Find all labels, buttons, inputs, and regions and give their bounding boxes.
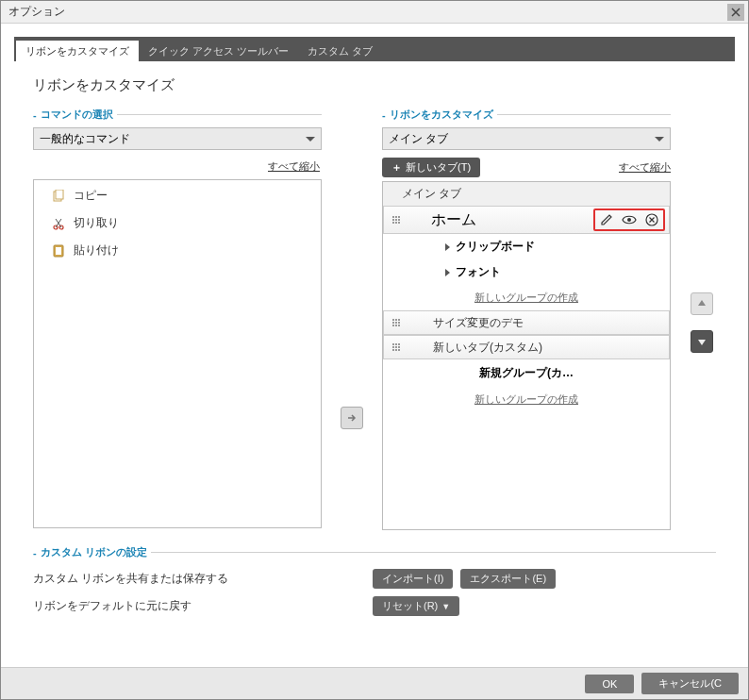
chevron-down-icon: ▼ (441, 602, 450, 611)
ok-button[interactable]: OK (585, 675, 634, 693)
tabstrip: リボンをカスタマイズ クイック アクセス ツールバー カスタム タブ (14, 37, 735, 61)
new-tab-button[interactable]: ＋ 新しいタブ(T) (382, 158, 480, 177)
close-button[interactable] (727, 4, 744, 21)
export-button[interactable]: エクスポート(E) (460, 569, 556, 589)
custom-ribbon-section: -カスタム リボンの設定 カスタム リボンを共有または保存する インポート(I)… (33, 545, 716, 616)
chevron-down-icon (655, 137, 664, 142)
window-title: オプション (8, 4, 65, 20)
tree-row-custom-tab[interactable]: 新しいタブ(カスタム) (383, 335, 670, 359)
new-group-link-1[interactable]: 新しいグループの作成 (383, 285, 670, 310)
dialog-footer: OK キャンセル(C (1, 667, 748, 699)
drag-handle-icon[interactable] (388, 339, 405, 356)
chevron-down-icon (306, 137, 315, 142)
cut-icon (51, 216, 66, 231)
import-button[interactable]: インポート(I) (373, 569, 453, 589)
svg-rect-1 (56, 190, 63, 199)
page-title: リボンをカスタマイズ (33, 76, 716, 94)
reset-button[interactable]: リセット(R) ▼ (373, 596, 459, 616)
ribbon-column: -リボンをカスタマイズ メイン タブ ＋ 新しいタブ(T) すべて縮小 メイン … (382, 108, 671, 530)
commands-listbox[interactable]: コピー 切り取り 貼り付け (33, 179, 322, 528)
titlebar: オプション (1, 1, 748, 24)
reorder-column (688, 108, 716, 530)
move-up-button[interactable] (691, 292, 713, 315)
svg-rect-5 (56, 247, 61, 255)
collapse-all-left[interactable]: すべて縮小 (33, 159, 320, 174)
custom-legend: -カスタム リボンの設定 (33, 545, 716, 559)
edit-icon[interactable] (599, 212, 614, 227)
svg-point-6 (627, 218, 631, 222)
paste-icon (51, 243, 66, 258)
arrow-right-icon (346, 412, 358, 424)
command-paste[interactable]: 貼り付け (43, 239, 311, 262)
ribbon-select[interactable]: メイン タブ (382, 127, 671, 150)
close-icon (731, 8, 741, 17)
copy-icon (51, 189, 66, 204)
commands-select[interactable]: 一般的なコマンド (33, 127, 322, 150)
plus-icon: ＋ (391, 160, 402, 175)
collapse-all-right[interactable]: すべて縮小 (619, 160, 671, 175)
reset-label: リボンをデフォルトに元に戻す (33, 598, 373, 614)
tree-header-main: メイン タブ (383, 182, 670, 206)
tree-row-home[interactable]: ホーム (383, 206, 670, 234)
chevron-right-icon (445, 243, 450, 251)
ribbon-tree[interactable]: メイン タブ ホーム (382, 181, 671, 530)
delete-icon[interactable] (644, 212, 659, 227)
new-group-bold: 新規グループ(カ… (383, 359, 670, 387)
tree-row-resize-demo[interactable]: サイズ変更のデモ (383, 310, 670, 335)
new-group-link-2[interactable]: 新しいグループの作成 (383, 387, 670, 412)
tab-custom-tab[interactable]: カスタム タブ (298, 41, 382, 61)
move-down-button[interactable] (691, 330, 713, 353)
chevron-right-icon (445, 269, 450, 276)
cancel-button[interactable]: キャンセル(C (641, 673, 739, 694)
arrow-down-icon (696, 336, 707, 347)
drag-handle-icon[interactable] (388, 314, 405, 331)
share-label: カスタム リボンを共有または保存する (33, 571, 373, 587)
command-cut[interactable]: 切り取り (43, 211, 311, 235)
drag-handle-icon[interactable] (388, 211, 405, 228)
tab-quick-access[interactable]: クイック アクセス ツールバー (139, 41, 298, 61)
tree-item-clipboard[interactable]: クリップボード (383, 234, 670, 259)
commands-legend: -コマンドの選択 (33, 108, 322, 122)
transfer-column (339, 108, 365, 530)
row-actions-highlight (593, 208, 665, 231)
ribbon-legend: -リボンをカスタマイズ (382, 108, 671, 122)
commands-column: -コマンドの選択 一般的なコマンド すべて縮小 コピー 切り取り (33, 108, 322, 530)
tree-item-font[interactable]: フォント (383, 259, 670, 285)
eye-icon[interactable] (622, 212, 637, 227)
tab-ribbon-customize[interactable]: リボンをカスタマイズ (16, 41, 139, 61)
add-command-button[interactable] (341, 407, 363, 429)
arrow-up-icon (696, 298, 707, 309)
command-copy[interactable]: コピー (43, 184, 311, 208)
